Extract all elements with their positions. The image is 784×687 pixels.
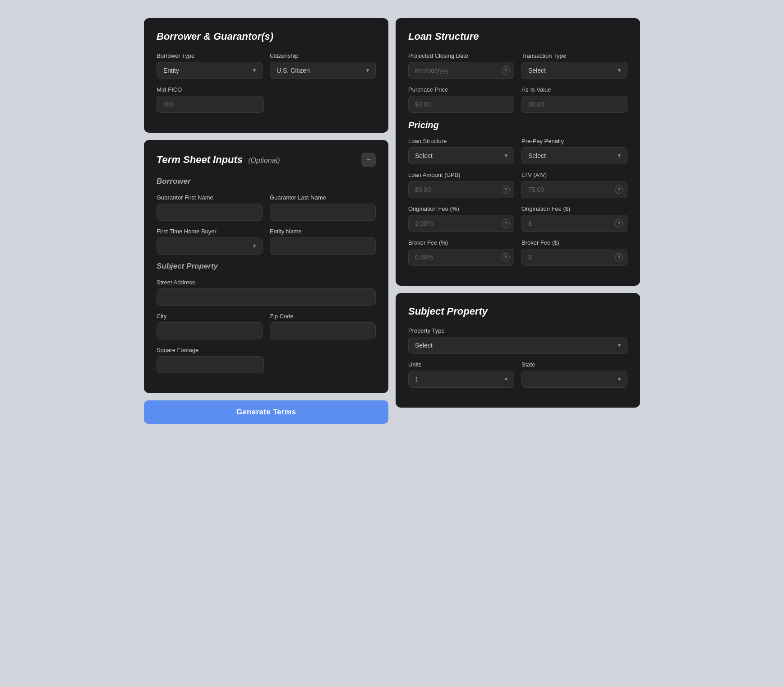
projected-closing-date-input[interactable] — [408, 62, 514, 79]
broker-fee-dollar-label: Broker Fee ($) — [521, 239, 627, 246]
units-group: Units 1 2 3 4 ▼ — [408, 361, 514, 388]
entity-name-label: Entity Name — [270, 228, 376, 235]
broker-fee-dollar-input[interactable] — [521, 249, 627, 266]
subject-property-title: Subject Property — [408, 306, 627, 317]
subject-property-subtitle-section: Subject Property — [157, 262, 376, 271]
origination-fee-pct-wrapper: ? — [408, 215, 514, 232]
citizenship-label: Citizenship — [270, 52, 376, 59]
square-footage-input[interactable] — [157, 356, 264, 373]
units-select[interactable]: 1 2 3 4 — [408, 371, 514, 388]
projected-closing-date-group: Projected Closing Date ? — [408, 52, 514, 79]
property-type-select-wrapper: Select Single Family Multi-Family Condo … — [408, 337, 627, 354]
pre-pay-penalty-select[interactable]: Select 1 Year 2 Year 3 Year 5 Year — [521, 147, 627, 164]
state-group: State ALAKAZAR CACOCTDE FLGAHIID ILINIAK… — [521, 361, 627, 388]
broker-fee-pct-group: Broker Fee (%) ? — [408, 239, 514, 266]
subject-property-card: Subject Property Property Type Select Si… — [396, 293, 640, 408]
projected-closing-date-label: Projected Closing Date — [408, 52, 514, 59]
transaction-type-group: Transaction Type Select Purchase Refinan… — [521, 52, 627, 79]
units-select-wrapper: 1 2 3 4 ▼ — [408, 371, 514, 388]
zip-code-group: Zip Code — [270, 313, 376, 339]
broker-fee-dollar-wrapper: ? — [521, 249, 627, 266]
pre-pay-penalty-group: Pre-Pay Penalty Select 1 Year 2 Year 3 Y… — [521, 138, 627, 164]
loan-structure-pricing-group: Loan Structure Select Fixed ARM ▼ — [408, 138, 514, 164]
zip-code-input[interactable] — [270, 322, 376, 339]
pricing-title: Pricing — [408, 120, 627, 130]
state-label: State — [521, 361, 627, 368]
origination-fee-dollar-group: Origination Fee ($) ? — [521, 205, 627, 232]
as-is-value-group: As-Is Value — [521, 86, 627, 113]
loan-structure-title: Loan Structure — [408, 31, 627, 42]
street-address-input[interactable] — [157, 288, 376, 306]
citizenship-select[interactable]: U.S. Citizen Permanent Resident Foreign … — [270, 62, 376, 79]
pre-pay-penalty-label: Pre-Pay Penalty — [521, 138, 627, 144]
mid-fico-input[interactable] — [157, 96, 264, 113]
broker-fee-dollar-group: Broker Fee ($) ? — [521, 239, 627, 266]
origination-fee-dollar-input[interactable] — [521, 215, 627, 232]
transaction-type-select-wrapper: Select Purchase Refinance Cash-Out Refin… — [521, 62, 627, 79]
purchase-price-group: Purchase Price — [408, 86, 514, 113]
guarantor-first-name-group: Guarantor First Name — [157, 194, 263, 221]
borrower-subtitle: Borrower — [157, 177, 376, 186]
guarantor-first-name-label: Guarantor First Name — [157, 194, 263, 201]
property-type-group: Property Type Select Single Family Multi… — [408, 327, 627, 354]
term-sheet-title: Term Sheet Inputs (Optional) — [157, 154, 280, 166]
city-group: City — [157, 313, 263, 339]
broker-fee-pct-help-icon[interactable]: ? — [502, 253, 510, 261]
square-footage-group: Square Footage — [157, 347, 264, 373]
collapse-button[interactable]: − — [361, 153, 376, 167]
ltv-input[interactable] — [521, 181, 627, 198]
property-type-select[interactable]: Select Single Family Multi-Family Condo … — [408, 337, 627, 354]
state-select[interactable]: ALAKAZAR CACOCTDE FLGAHIID ILINIAKS KYLA… — [521, 371, 627, 388]
origination-fee-pct-input[interactable] — [408, 215, 514, 232]
projected-closing-date-help-icon[interactable]: ? — [502, 66, 510, 74]
left-column: Borrower & Guarantor(s) Borrower Type En… — [144, 18, 388, 424]
guarantor-first-name-input[interactable] — [157, 204, 263, 221]
street-address-label: Street Address — [157, 279, 376, 286]
ltv-group: LTV (AIV) ? — [521, 172, 627, 198]
broker-fee-pct-input[interactable] — [408, 249, 514, 266]
generate-terms-button[interactable]: Generate Terms — [144, 400, 388, 424]
page-wrapper: Borrower & Guarantor(s) Borrower Type En… — [144, 18, 640, 424]
borrower-guarantor-card: Borrower & Guarantor(s) Borrower Type En… — [144, 18, 388, 133]
transaction-type-label: Transaction Type — [521, 52, 627, 59]
pre-pay-penalty-select-wrapper: Select 1 Year 2 Year 3 Year 5 Year ▼ — [521, 147, 627, 164]
loan-structure-pricing-label: Loan Structure — [408, 138, 514, 144]
loan-structure-select[interactable]: Select Fixed ARM — [408, 147, 514, 164]
borrower-type-label: Borrower Type — [157, 52, 263, 59]
ltv-help-icon[interactable]: ? — [615, 186, 623, 194]
entity-name-input[interactable] — [270, 237, 376, 255]
loan-amount-input[interactable] — [408, 181, 514, 198]
guarantor-last-name-label: Guarantor Last Name — [270, 194, 376, 201]
citizenship-group: Citizenship U.S. Citizen Permanent Resid… — [270, 52, 376, 79]
term-sheet-card: Term Sheet Inputs (Optional) − Borrower … — [144, 140, 388, 393]
first-time-home-buyer-label: First Time Home Buyer — [157, 228, 263, 235]
broker-fee-dollar-help-icon[interactable]: ? — [615, 253, 623, 261]
loan-amount-wrapper: ? — [408, 181, 514, 198]
city-input[interactable] — [157, 322, 263, 339]
units-label: Units — [408, 361, 514, 368]
as-is-value-input[interactable] — [521, 96, 627, 113]
loan-amount-help-icon[interactable]: ? — [502, 186, 510, 194]
loan-structure-card: Loan Structure Projected Closing Date ? … — [396, 18, 640, 286]
first-time-home-buyer-select[interactable]: Yes No — [157, 237, 263, 255]
origination-fee-dollar-label: Origination Fee ($) — [521, 205, 627, 212]
loan-structure-select-wrapper: Select Fixed ARM ▼ — [408, 147, 514, 164]
projected-closing-date-wrapper: ? — [408, 62, 514, 79]
origination-fee-dollar-help-icon[interactable]: ? — [615, 219, 623, 227]
guarantor-last-name-input[interactable] — [270, 204, 376, 221]
borrower-type-select[interactable]: Entity Individual — [157, 62, 263, 79]
purchase-price-input[interactable] — [408, 96, 514, 113]
broker-fee-pct-label: Broker Fee (%) — [408, 239, 514, 246]
street-address-group: Street Address — [157, 279, 376, 306]
ltv-wrapper: ? — [521, 181, 627, 198]
loan-amount-label: Loan Amount (UPB) — [408, 172, 514, 178]
purchase-price-label: Purchase Price — [408, 86, 514, 93]
origination-fee-pct-help-icon[interactable]: ? — [502, 219, 510, 227]
broker-fee-pct-wrapper: ? — [408, 249, 514, 266]
borrower-guarantor-title: Borrower & Guarantor(s) — [157, 31, 376, 42]
guarantor-last-name-group: Guarantor Last Name — [270, 194, 376, 221]
borrower-type-select-wrapper: Entity Individual ▼ — [157, 62, 263, 79]
first-time-home-buyer-group: First Time Home Buyer Yes No ▼ — [157, 228, 263, 255]
borrower-type-group: Borrower Type Entity Individual ▼ — [157, 52, 263, 79]
transaction-type-select[interactable]: Select Purchase Refinance Cash-Out Refin… — [521, 62, 627, 79]
